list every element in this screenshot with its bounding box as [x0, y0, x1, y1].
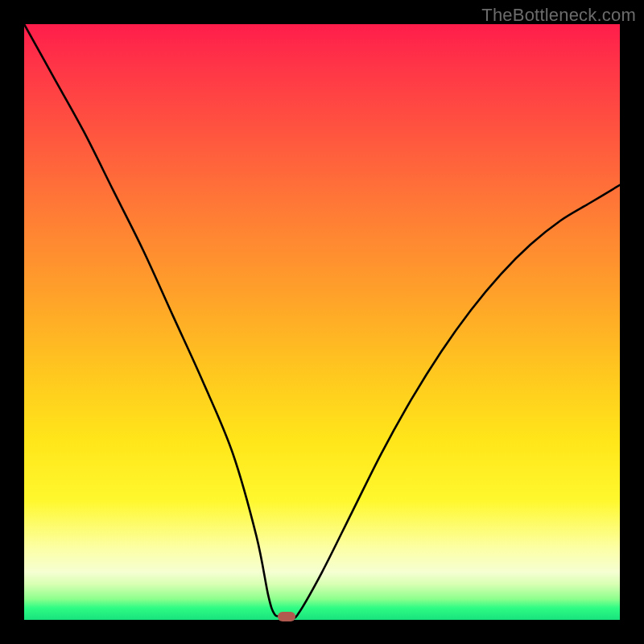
- minimum-marker: [278, 612, 295, 621]
- curve-path: [24, 24, 620, 617]
- attribution-text: TheBottleneck.com: [481, 5, 636, 26]
- bottleneck-curve: [24, 24, 620, 620]
- plot-area: [24, 24, 620, 620]
- chart-frame: TheBottleneck.com: [0, 0, 644, 644]
